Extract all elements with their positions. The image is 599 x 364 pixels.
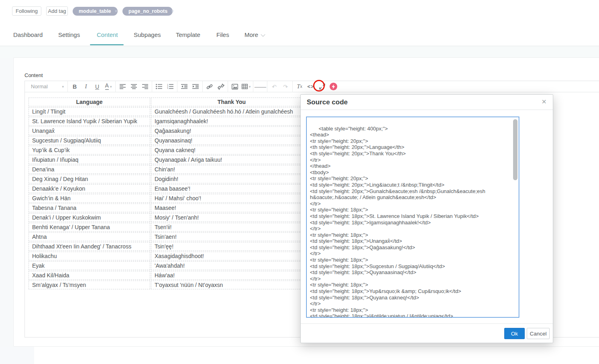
table-row: Unangax̂Qaĝaasakung! bbox=[29, 126, 312, 135]
table-cell[interactable]: Dihthaad Xt'een Iin Aandeg' / Tanacross bbox=[29, 242, 150, 251]
tab-content[interactable]: Content bbox=[97, 31, 118, 38]
table-row: Gwich’in & HänHai’ / Mahsi' choo'! bbox=[29, 194, 312, 203]
tag-module-table[interactable]: module_table × bbox=[73, 7, 118, 16]
column-header-thank-you[interactable]: Thank You bbox=[151, 98, 312, 106]
table-cell[interactable]: Quyanaasinaq! bbox=[151, 136, 312, 145]
paragraph-format-dropdown[interactable]: Normal▾ bbox=[28, 81, 66, 92]
table-cell[interactable]: Hai’ / Mahsi' choo'! bbox=[151, 194, 312, 203]
table-cell[interactable]: Sm’algyax / Ts’msyen bbox=[29, 281, 150, 289]
table-row: AhtnaTsin'aen! bbox=[29, 232, 312, 241]
table-cell[interactable]: Tsin'ęę! bbox=[151, 242, 312, 251]
bottom-gutter bbox=[0, 347, 34, 364]
align-center-icon[interactable] bbox=[128, 81, 139, 92]
editor-table-body: Lingít / TlingitGunalchéesh / Gunalchées… bbox=[29, 107, 312, 289]
close-icon[interactable]: × bbox=[542, 98, 546, 106]
underline-button[interactable]: U bbox=[92, 81, 103, 92]
unordered-list-icon[interactable] bbox=[153, 81, 165, 92]
table-cell[interactable]: Iñupiatun / Iñupiaq bbox=[29, 155, 150, 164]
column-header-language[interactable]: Language bbox=[29, 98, 150, 106]
dropdown-caret-icon: ▾ bbox=[62, 85, 64, 89]
align-left-icon[interactable] bbox=[117, 81, 128, 92]
table-cell[interactable]: Gunalchéesh / Gunalchéesh hó.hó / Atlein… bbox=[151, 107, 312, 116]
table-cell[interactable]: St. Lawrence Island Yupik / Siberian Yup… bbox=[29, 117, 150, 126]
table-cell[interactable]: Qaĝaasakung! bbox=[151, 126, 312, 135]
insert-link-icon[interactable] bbox=[204, 81, 215, 92]
table-cell[interactable]: Enaa baasee'! bbox=[151, 184, 312, 193]
table-row: Xaad Kil/HaidaHáw'aa! bbox=[29, 271, 312, 280]
table-cell[interactable]: Deg Xinag / Deg Hitan bbox=[29, 175, 150, 183]
outdent-icon[interactable] bbox=[179, 81, 190, 92]
remove-link-icon[interactable] bbox=[215, 81, 226, 92]
table-cell[interactable]: Quyanaqpak / Ariga taikuu! bbox=[151, 155, 312, 164]
cancel-button[interactable]: Cancel bbox=[527, 328, 550, 339]
footer-divider bbox=[301, 323, 553, 324]
table-cell[interactable]: Tabesna / Tanana bbox=[29, 203, 150, 212]
remove-tag-icon[interactable]: × bbox=[115, 8, 118, 14]
table-row: Sm’algyax / Ts’msyenT'oyaxsut 'nüün / Nt… bbox=[29, 281, 312, 289]
page-band bbox=[0, 46, 599, 58]
table-cell[interactable]: Chin'an! bbox=[151, 165, 312, 174]
italic-button[interactable]: I bbox=[80, 81, 92, 92]
table-cell[interactable]: Sugcestun / Sugpiaq/Alutiiq bbox=[29, 136, 150, 145]
table-cell[interactable]: Gwich’in & Hän bbox=[29, 194, 150, 203]
tab-more[interactable]: More bbox=[244, 31, 264, 38]
fullscreen-icon[interactable] bbox=[316, 81, 328, 92]
table-cell[interactable]: Lingít / Tlingit bbox=[29, 107, 150, 116]
ok-button[interactable]: Ok bbox=[504, 328, 525, 339]
table-cell[interactable]: 'Awa'ahdah! bbox=[151, 261, 312, 270]
indent-icon[interactable] bbox=[190, 81, 201, 92]
align-right-icon[interactable] bbox=[139, 81, 151, 92]
table-row: Sugcestun / Sugpiaq/AlutiiqQuyanaasinaq! bbox=[29, 136, 312, 145]
tab-subpages[interactable]: Subpages bbox=[134, 31, 161, 38]
table-cell[interactable]: Denaakk’e / Koyukon bbox=[29, 184, 150, 193]
table-cell[interactable]: Xasagidaghisdhoot! bbox=[151, 252, 312, 260]
table-cell[interactable]: Igamsiqanaghhaalek! bbox=[151, 117, 312, 126]
ordered-list-icon[interactable]: 123 bbox=[165, 81, 176, 92]
table-cell[interactable]: Benhti Kenaga’ / Upper Tanana bbox=[29, 223, 150, 232]
table-cell[interactable]: T'oyaxsut 'nüün / Nt’oyaxsn bbox=[151, 281, 312, 289]
page: Following Add tag module_table × page_no… bbox=[0, 0, 599, 364]
font-color-button[interactable]: A▾ bbox=[103, 81, 114, 92]
quick-insert-icon[interactable] bbox=[328, 81, 339, 92]
remove-tag-icon[interactable]: × bbox=[171, 8, 174, 14]
table-row: Eyak'Awa'ahdah! bbox=[29, 261, 312, 270]
table-cell[interactable]: Denak’i / Upper Kuskokwim bbox=[29, 213, 150, 222]
scrollbar-thumb[interactable] bbox=[513, 119, 518, 180]
table-cell[interactable]: Maasee! bbox=[151, 203, 312, 212]
tag-label: module_table bbox=[79, 8, 111, 14]
source-code-textarea[interactable]: <table style="height: 400px;"> <thead> <… bbox=[306, 117, 519, 317]
bold-button[interactable]: B bbox=[69, 81, 80, 92]
source-code-text: <table style="height: 400px;"> <thead> <… bbox=[310, 126, 487, 317]
table-cell[interactable]: Holikachu bbox=[29, 252, 150, 260]
table-row: Yup’ik & Cup’ikQuyana cakneq! bbox=[29, 146, 312, 155]
insert-image-icon[interactable] bbox=[229, 81, 240, 92]
table-cell[interactable]: Dogidinh! bbox=[151, 175, 312, 183]
table-cell[interactable]: Tsen'ii! bbox=[151, 223, 312, 232]
table-cell[interactable]: Tsin'aen! bbox=[151, 232, 312, 241]
tag-page-no-robots[interactable]: page_no_robots × bbox=[122, 7, 173, 16]
following-button[interactable]: Following bbox=[12, 6, 41, 16]
tag-label: page_no_robots bbox=[128, 8, 167, 14]
redo-icon[interactable]: ↷ bbox=[280, 81, 291, 92]
table-cell[interactable]: Mosiy' / Tsen'anh! bbox=[151, 213, 312, 222]
tab-template[interactable]: Template bbox=[176, 31, 200, 38]
source-code-icon[interactable]: <> bbox=[305, 81, 316, 92]
table-cell[interactable]: Háw'aa! bbox=[151, 271, 312, 280]
tab-files[interactable]: Files bbox=[216, 31, 229, 38]
table-cell[interactable]: Eyak bbox=[29, 261, 150, 270]
table-cell[interactable]: Yup’ik & Cup’ik bbox=[29, 146, 150, 155]
table-cell[interactable]: Xaad Kil/Haida bbox=[29, 271, 150, 280]
dialog-header[interactable]: Source code × bbox=[301, 95, 553, 110]
table-cell[interactable]: Unangax̂ bbox=[29, 126, 150, 135]
horizontal-rule-icon[interactable]: —— bbox=[255, 81, 266, 92]
insert-table-icon[interactable]: ▾ bbox=[240, 81, 252, 92]
undo-icon[interactable]: ↶ bbox=[269, 81, 280, 92]
tab-dashboard[interactable]: Dashboard bbox=[13, 31, 43, 38]
table-cell[interactable]: Quyana cakneq! bbox=[151, 146, 312, 155]
table-cell[interactable]: Ahtna bbox=[29, 232, 150, 241]
table-cell[interactable]: Dena’ina bbox=[29, 165, 150, 174]
add-tag-button[interactable]: Add tag bbox=[46, 6, 68, 16]
tab-settings[interactable]: Settings bbox=[58, 31, 80, 38]
table-row: HolikachuXasagidaghisdhoot! bbox=[29, 252, 312, 260]
clear-formatting-icon[interactable]: Tx bbox=[294, 81, 305, 92]
